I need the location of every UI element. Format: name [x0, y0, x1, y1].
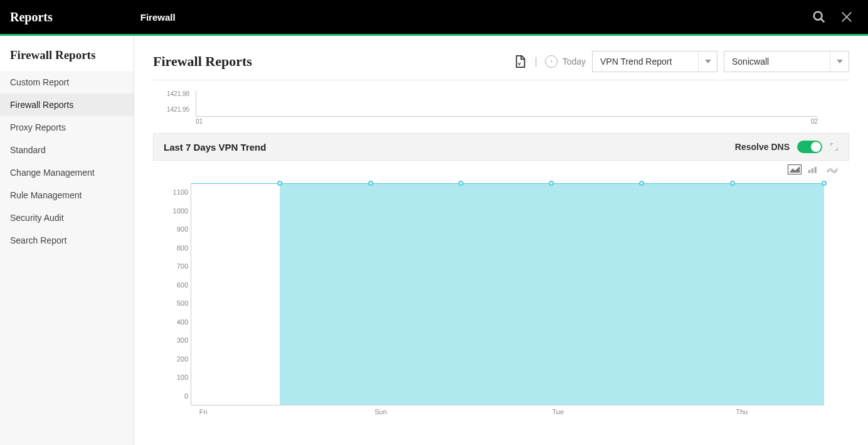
close-icon[interactable] — [835, 6, 858, 28]
svg-marker-4 — [705, 60, 711, 63]
topbar: Reports Firewall — [0, 0, 868, 34]
ytick: 1000 — [163, 202, 188, 221]
sidebar-item-search-report[interactable]: Search Report — [0, 229, 134, 252]
mini-xtick: 02 — [811, 118, 818, 125]
resolve-dns-label: Resolve DNS — [735, 142, 790, 152]
svg-line-1 — [821, 19, 825, 23]
sidebar-title: Firewall Reports — [0, 36, 134, 71]
page-title: Firewall Reports — [153, 53, 252, 70]
chart-y-axis: 1100 1000 900 800 700 600 500 400 300 20… — [163, 183, 188, 405]
chart-type-toolbar — [153, 161, 849, 177]
sidebar-item-firewall-reports[interactable]: Firewall Reports — [0, 94, 134, 116]
xtick: Tue — [553, 408, 564, 416]
device-dropdown[interactable]: Sonicwall — [724, 51, 849, 72]
section-header: Last 7 Days VPN Trend Resolve DNS — [153, 133, 849, 161]
expand-icon[interactable] — [830, 142, 839, 151]
svg-point-0 — [814, 12, 822, 20]
svg-rect-8 — [812, 168, 813, 173]
sidebar: Firewall Reports Custom Report Firewall … — [0, 36, 134, 445]
ytick: 400 — [163, 313, 188, 332]
svg-rect-9 — [815, 167, 817, 173]
vpn-trend-chart: 1100 1000 900 800 700 600 500 400 300 20… — [153, 178, 849, 410]
svg-marker-6 — [790, 166, 800, 173]
xtick: Fri — [199, 408, 208, 416]
ytick: 900 — [163, 220, 188, 239]
ytick: 100 — [163, 368, 188, 387]
page-header: Firewall Reports | Today VPN Trend Repor… — [153, 51, 849, 80]
mini-chart: 1421.98 1421.95 01 02 — [153, 90, 849, 128]
mini-ytick: 1421.98 — [167, 90, 189, 97]
sidebar-item-proxy-reports[interactable]: Proxy Reports — [0, 116, 134, 139]
report-type-value: VPN Trend Report — [600, 56, 672, 67]
data-point[interactable] — [368, 181, 373, 186]
data-point[interactable] — [822, 181, 827, 186]
main-content: Firewall Reports | Today VPN Trend Repor… — [134, 36, 868, 445]
sidebar-item-standard[interactable]: Standard — [0, 139, 134, 161]
data-point[interactable] — [730, 181, 735, 186]
ytick: 600 — [163, 276, 188, 295]
search-icon[interactable] — [808, 6, 830, 28]
sidebar-item-custom-report[interactable]: Custom Report — [0, 71, 134, 94]
sidebar-item-rule-management[interactable]: Rule Management — [0, 184, 134, 206]
device-value: Sonicwall — [732, 56, 769, 67]
data-point[interactable] — [458, 181, 463, 186]
report-type-dropdown[interactable]: VPN Trend Report — [592, 51, 717, 72]
toggle-knob — [811, 142, 821, 152]
data-point[interactable] — [277, 181, 282, 186]
ytick: 700 — [163, 257, 188, 276]
svg-rect-7 — [808, 170, 810, 173]
mini-xtick: 01 — [196, 118, 203, 125]
time-range-label[interactable]: Today — [563, 56, 586, 67]
clock-icon[interactable] — [545, 55, 558, 68]
separator: | — [534, 56, 537, 67]
chevron-down-icon — [830, 51, 849, 72]
mini-ytick: 1421.95 — [167, 106, 189, 113]
ytick: 300 — [163, 331, 188, 350]
sidebar-item-security-audit[interactable]: Security Audit — [0, 206, 134, 229]
xtick: Thu — [736, 408, 748, 416]
svg-marker-5 — [837, 60, 843, 63]
ytick: 200 — [163, 350, 188, 369]
chart-type-area-icon[interactable] — [788, 164, 802, 174]
section-title: Last 7 Days VPN Trend — [164, 142, 266, 153]
pdf-export-icon[interactable] — [513, 55, 527, 68]
chart-type-bar-icon[interactable] — [807, 164, 820, 174]
ytick: 800 — [163, 239, 188, 258]
chart-plot-area — [191, 183, 824, 405]
xtick: Sun — [374, 408, 387, 416]
topbar-title: Reports — [10, 10, 53, 24]
chart-type-line-icon[interactable] — [825, 164, 839, 174]
mini-plot-area — [196, 90, 818, 117]
topbar-subtitle: Firewall — [140, 12, 176, 23]
sidebar-item-change-management[interactable]: Change Management — [0, 161, 134, 184]
chevron-down-icon — [698, 51, 717, 72]
resolve-dns-toggle[interactable] — [797, 141, 822, 153]
ytick: 1100 — [163, 183, 188, 202]
ytick: 0 — [163, 387, 188, 406]
chart-area-fill — [280, 183, 824, 405]
data-point[interactable] — [549, 181, 554, 186]
data-point[interactable] — [639, 181, 644, 186]
ytick: 500 — [163, 294, 188, 313]
